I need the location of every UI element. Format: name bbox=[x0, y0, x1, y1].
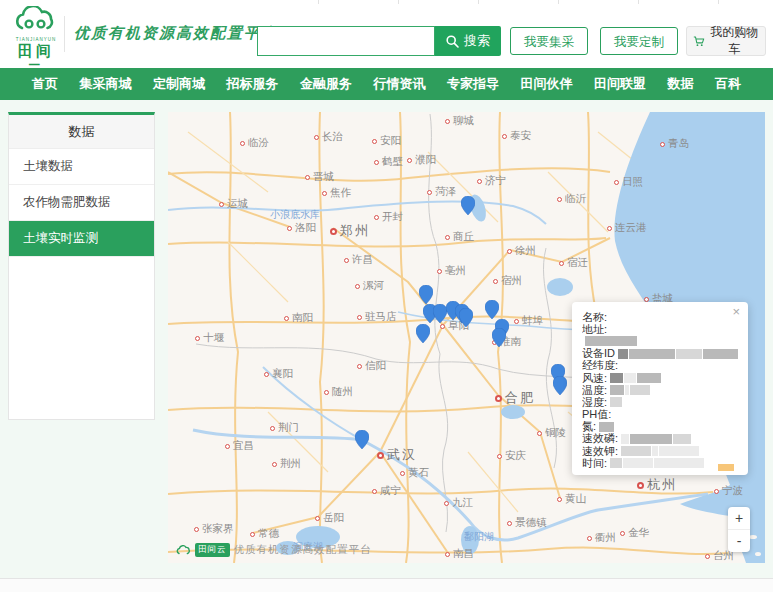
popup-field-label: PH值: bbox=[582, 409, 611, 421]
search-icon bbox=[446, 35, 459, 48]
group-buy-button[interactable]: 我要集采 bbox=[510, 27, 588, 55]
sidebar-item[interactable]: 土壤实时监测 bbox=[9, 221, 154, 257]
redacted-value-block bbox=[625, 385, 629, 395]
popup-row: 设备ID bbox=[582, 348, 738, 360]
device-info-popup: × 名称:地址:设备ID经纬度:风速:温度:湿度:PH值:氮:速效磷:速效钾:时… bbox=[572, 302, 748, 475]
search-input[interactable] bbox=[257, 26, 435, 56]
popup-accent-block bbox=[718, 464, 734, 471]
popup-field-label: 经纬度: bbox=[582, 360, 618, 372]
top-tick bbox=[398, 0, 399, 4]
nav-item[interactable]: 集采商城 bbox=[80, 75, 132, 93]
redacted-value-block bbox=[637, 373, 661, 383]
customize-button[interactable]: 我要定制 bbox=[600, 27, 678, 55]
nav-item[interactable]: 百科 bbox=[715, 75, 741, 93]
nav-item[interactable]: 田间联盟 bbox=[594, 75, 646, 93]
popup-field-label: 速效磷: bbox=[582, 433, 618, 445]
zoom-in-button[interactable]: + bbox=[728, 507, 750, 530]
map-canvas[interactable]: 临汾长治安阳聊城泰安青岛鹤壁濮阳晋城济宁日照焦作菏泽临沂运城开封洛阳郑州连云港商… bbox=[168, 112, 765, 563]
redacted-value-block bbox=[610, 397, 622, 407]
popup-row: 速效钾: bbox=[582, 445, 738, 457]
sidebar-list: 土壤数据农作物需肥数据土壤实时监测 bbox=[9, 149, 154, 257]
popup-row: 温度: bbox=[582, 384, 738, 396]
top-tick bbox=[478, 0, 479, 4]
popup-close-icon[interactable]: × bbox=[732, 305, 740, 318]
header: TIANJIANYUN 田间云 优质有机资源高效配置平台 搜索 我要集采 我要定… bbox=[0, 0, 773, 68]
cart-button[interactable]: 我的购物车 bbox=[686, 26, 766, 56]
top-tick bbox=[558, 0, 559, 4]
search-button[interactable]: 搜索 bbox=[435, 26, 501, 56]
map-pin-icon[interactable] bbox=[485, 300, 499, 319]
sidebar-item[interactable]: 土壤数据 bbox=[9, 149, 154, 185]
search-box: 搜索 bbox=[257, 26, 501, 56]
popup-field-label: 湿度: bbox=[582, 396, 607, 408]
redacted-value-block bbox=[659, 446, 699, 456]
cart-icon bbox=[693, 35, 705, 48]
footer-divider bbox=[0, 578, 773, 592]
redacted-value-block bbox=[610, 385, 624, 395]
nav-item[interactable]: 定制商城 bbox=[153, 75, 205, 93]
redacted-value-block bbox=[599, 422, 614, 432]
map-pin-icon[interactable] bbox=[419, 285, 433, 304]
map-pin-icon[interactable] bbox=[433, 304, 447, 323]
popup-row: 氮: bbox=[582, 421, 738, 433]
search-button-label: 搜索 bbox=[464, 32, 490, 50]
nav-item[interactable]: 专家指导 bbox=[447, 75, 499, 93]
popup-field-label: 风速: bbox=[582, 372, 607, 384]
redacted-value-block bbox=[585, 336, 637, 346]
popup-field-label: 设备ID bbox=[582, 348, 615, 360]
header-slogan: 优质有机资源高效配置平台 bbox=[74, 24, 278, 43]
map-pin-icon[interactable] bbox=[461, 196, 475, 215]
top-tick bbox=[318, 0, 319, 4]
redacted-value-block bbox=[621, 446, 651, 456]
cloud-logo-icon bbox=[13, 6, 59, 32]
popup-field-label: 时间: bbox=[582, 457, 607, 469]
map-pin-icon[interactable] bbox=[492, 328, 506, 347]
redacted-value-block bbox=[673, 434, 691, 444]
attribution-brand: 田间云 bbox=[195, 543, 230, 557]
map-attribution: 田间云 优质有机资源高效配置平台 bbox=[176, 543, 372, 557]
popup-field-label: 速效钾: bbox=[582, 445, 618, 457]
redacted-value-block bbox=[623, 458, 653, 468]
popup-row: 名称: bbox=[582, 311, 738, 323]
redacted-value-block bbox=[610, 373, 623, 383]
attribution-cloud-icon bbox=[176, 545, 191, 555]
map-pin-icon[interactable] bbox=[355, 430, 369, 449]
redacted-value-block bbox=[652, 446, 658, 456]
redacted-value-block bbox=[703, 349, 738, 359]
map-pin-icon[interactable] bbox=[459, 308, 473, 327]
zoom-out-button[interactable]: - bbox=[728, 530, 750, 552]
sidebar-item[interactable]: 农作物需肥数据 bbox=[9, 185, 154, 221]
redacted-value-block bbox=[624, 373, 636, 383]
brand-logo[interactable]: TIANJIANYUN 田间云 bbox=[10, 6, 62, 64]
redacted-value-block bbox=[618, 349, 628, 359]
map-pin-icon[interactable] bbox=[553, 376, 567, 395]
popup-row: 地址: bbox=[582, 323, 738, 335]
popup-field-label: 地址: bbox=[582, 323, 607, 335]
cart-button-label: 我的购物车 bbox=[710, 24, 759, 58]
redacted-value-block bbox=[630, 434, 672, 444]
top-tick bbox=[718, 0, 719, 4]
map-pin-icon[interactable] bbox=[416, 324, 430, 343]
popup-field-label: 名称: bbox=[582, 311, 607, 323]
popup-field-label: 氮: bbox=[582, 421, 596, 433]
sidebar-title: 数据 bbox=[9, 115, 154, 149]
map-zoom-control: + - bbox=[728, 507, 750, 552]
nav-item[interactable]: 数据 bbox=[668, 75, 694, 93]
popup-row: 风速: bbox=[582, 372, 738, 384]
redacted-value-block bbox=[610, 458, 622, 468]
popup-row: 湿度: bbox=[582, 396, 738, 408]
main-nav: 首页集采商城定制商城招标服务金融服务行情资讯专家指导田间伙伴田间联盟数据百科 bbox=[0, 68, 773, 100]
top-tick bbox=[638, 0, 639, 4]
nav-item[interactable]: 首页 bbox=[32, 75, 58, 93]
redacted-value-block bbox=[629, 349, 675, 359]
nav-item[interactable]: 行情资讯 bbox=[374, 75, 426, 93]
attribution-text: 优质有机资源高效配置平台 bbox=[234, 543, 372, 557]
popup-field-label: 温度: bbox=[582, 384, 607, 396]
nav-item[interactable]: 田间伙伴 bbox=[521, 75, 573, 93]
nav-item[interactable]: 金融服务 bbox=[300, 75, 352, 93]
redacted-value-block bbox=[676, 349, 702, 359]
nav-item[interactable]: 招标服务 bbox=[227, 75, 279, 93]
redacted-value-block bbox=[654, 458, 704, 468]
popup-row: 速效磷: bbox=[582, 433, 738, 445]
header-divider bbox=[64, 16, 65, 52]
